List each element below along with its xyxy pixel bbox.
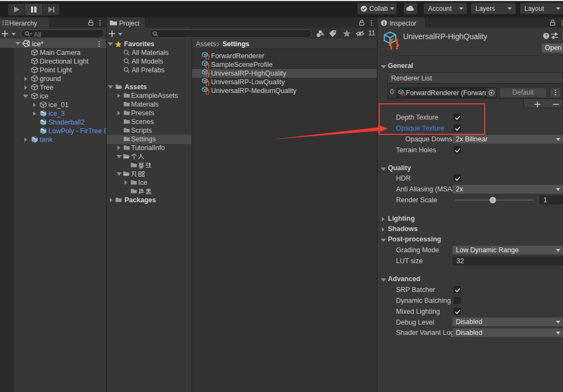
- svg-text:{}: {}: [205, 89, 210, 95]
- svg-text:?: ?: [545, 33, 548, 39]
- svg-text:{}: {}: [205, 80, 210, 86]
- svg-text:{}: {}: [205, 63, 210, 69]
- svg-text:{}: {}: [389, 37, 399, 50]
- svg-text:{}: {}: [205, 71, 210, 77]
- svg-text:{}: {}: [401, 91, 405, 96]
- svg-text:{}: {}: [205, 54, 210, 60]
